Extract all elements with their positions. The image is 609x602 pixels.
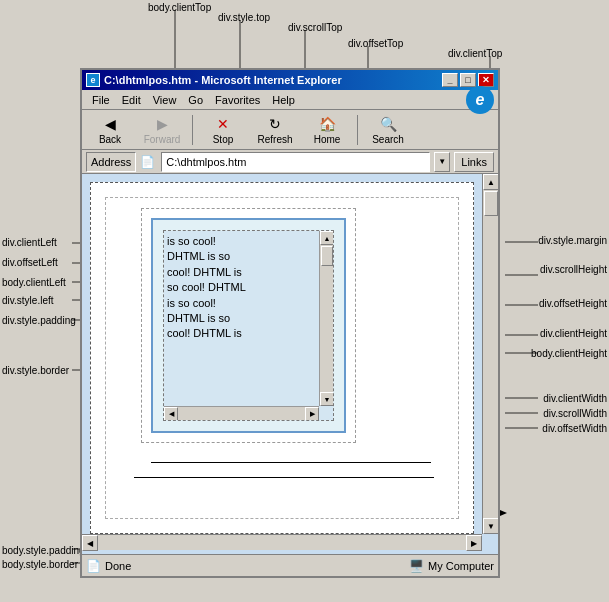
browser-hscroll-left[interactable]: ◀: [82, 535, 98, 551]
home-icon: 🏠: [316, 115, 338, 134]
toolbar: ◀ Back ▶ Forward ✕ Stop ↻ Refresh 🏠 Home…: [82, 110, 498, 150]
home-button[interactable]: 🏠 Home: [303, 112, 351, 148]
close-button[interactable]: ✕: [478, 73, 494, 87]
div-style-padding-label: div.style.padding: [2, 315, 76, 326]
forward-icon: ▶: [151, 115, 173, 134]
div-offset-width-label: div.offsetWidth: [542, 423, 607, 434]
browser-hscroll[interactable]: ◀ ▶: [82, 534, 482, 550]
body-client-height-label: body.clientHeight: [531, 348, 607, 359]
div-hscroll-left[interactable]: ◀: [164, 407, 178, 420]
browser-vscroll-thumb[interactable]: [484, 191, 498, 216]
div-client-left-label: div.clientLeft: [2, 237, 57, 248]
body-style-border-label: body.style.border: [2, 559, 78, 570]
div-offset-height-label: div.offsetHeight: [539, 298, 607, 309]
title-buttons: _ □ ✕: [442, 73, 494, 87]
body-client-top-label: body.clientTop: [148, 2, 211, 13]
menu-edit[interactable]: Edit: [116, 92, 147, 108]
svg-marker-26: [500, 510, 507, 516]
div-style-top-label: div.style.top: [218, 12, 270, 23]
back-icon: ◀: [99, 115, 121, 134]
div-vscroll-up[interactable]: ▲: [320, 231, 333, 245]
home-label: Home: [314, 134, 341, 145]
menu-favorites[interactable]: Favorites: [209, 92, 266, 108]
div-offset-top-label: div.offsetTop: [348, 38, 403, 49]
maximize-button[interactable]: □: [460, 73, 476, 87]
refresh-label: Refresh: [257, 134, 292, 145]
div-style-border-label: div.style.border: [2, 365, 69, 376]
body-style-padding-label: body.style.padding: [2, 545, 85, 556]
div-style-margin-label: div.style.margin: [538, 235, 607, 246]
menu-go[interactable]: Go: [182, 92, 209, 108]
minimize-button[interactable]: _: [442, 73, 458, 87]
inner-width-line2: [134, 477, 434, 478]
browser-window: e C:\dhtmlpos.htm - Microsoft Internet E…: [80, 68, 500, 578]
menu-file[interactable]: File: [86, 92, 116, 108]
back-button[interactable]: ◀ Back: [86, 112, 134, 148]
search-icon: 🔍: [377, 115, 399, 134]
div-client-width-label: div.clientWidth: [543, 393, 607, 404]
back-label: Back: [99, 134, 121, 145]
page-outer: is so cool! DHTML is so cool! DHTML is s…: [90, 182, 474, 534]
div-hscroll[interactable]: ◀ ▶: [164, 406, 319, 420]
div-scroll-top-label: div.scrollTop: [288, 22, 342, 33]
title-bar: e C:\dhtmlpos.htm - Microsoft Internet E…: [82, 70, 498, 90]
div-scroll-width-label: div.scrollWidth: [543, 408, 607, 419]
status-page-icon: 📄: [86, 559, 101, 573]
status-text: Done: [105, 560, 131, 572]
address-dropdown[interactable]: ▼: [434, 152, 450, 172]
window-title: C:\dhtmlpos.htm - Microsoft Internet Exp…: [104, 74, 442, 86]
menu-view[interactable]: View: [147, 92, 183, 108]
ie-logo: e: [466, 86, 494, 114]
toolbar-divider-1: [192, 115, 193, 145]
div-element: is so cool! DHTML is so cool! DHTML is s…: [151, 218, 346, 433]
body-padding-box: is so cool! DHTML is so cool! DHTML is s…: [105, 197, 459, 519]
stop-icon: ✕: [212, 115, 234, 134]
div-scroll-height-label: div.scrollHeight: [540, 264, 607, 275]
div-vscroll-down[interactable]: ▼: [320, 392, 333, 406]
search-label: Search: [372, 134, 404, 145]
forward-button[interactable]: ▶ Forward: [138, 112, 186, 148]
div-client-height-label: div.clientHeight: [540, 328, 607, 339]
status-computer-icon: 🖥️: [409, 559, 424, 573]
menu-bar: File Edit View Go Favorites Help e: [82, 90, 498, 110]
browser-icon: e: [86, 73, 100, 87]
links-button[interactable]: Links: [454, 152, 494, 172]
status-right: 🖥️ My Computer: [409, 559, 494, 573]
div-style-left-label: div.style.left: [2, 295, 54, 306]
div-vscroll[interactable]: ▲ ▼: [319, 231, 333, 406]
page-icon: 📄: [140, 155, 155, 169]
status-left: 📄 Done: [86, 559, 409, 573]
status-computer-text: My Computer: [428, 560, 494, 572]
div-padding-box: is so cool! DHTML is so cool! DHTML is s…: [163, 230, 334, 421]
div-client-top-right-label: div.clientTop: [448, 48, 502, 59]
browser-hscroll-right[interactable]: ▶: [466, 535, 482, 551]
search-button[interactable]: 🔍 Search: [364, 112, 412, 148]
address-bar: Address 📄 C:\dhtmlpos.htm ▼ Links: [82, 150, 498, 174]
div-hscroll-right[interactable]: ▶: [305, 407, 319, 420]
menu-help[interactable]: Help: [266, 92, 301, 108]
browser-vscroll-up[interactable]: ▲: [483, 174, 498, 190]
div-content-box: is so cool! DHTML is so cool! DHTML is s…: [164, 231, 333, 420]
body-client-left-label: body.clientLeft: [2, 277, 66, 288]
status-bar: 📄 Done 🖥️ My Computer: [82, 554, 498, 576]
toolbar-divider-2: [357, 115, 358, 145]
stop-button[interactable]: ✕ Stop: [199, 112, 247, 148]
browser-vscroll[interactable]: ▲ ▼: [482, 174, 498, 534]
forward-label: Forward: [144, 134, 181, 145]
browser-vscroll-down[interactable]: ▼: [483, 518, 498, 534]
div-offset-left-label: div.offsetLeft: [2, 257, 58, 268]
refresh-icon: ↻: [264, 115, 286, 134]
address-input[interactable]: C:\dhtmlpos.htm: [161, 152, 430, 172]
refresh-button[interactable]: ↻ Refresh: [251, 112, 299, 148]
inner-width-line1: [151, 462, 431, 463]
content-area: is so cool! DHTML is so cool! DHTML is s…: [82, 174, 498, 572]
content-text: is so cool! DHTML is so cool! DHTML is s…: [164, 231, 333, 345]
div-vscroll-thumb[interactable]: [321, 246, 333, 266]
address-label: Address: [86, 152, 136, 172]
stop-label: Stop: [213, 134, 234, 145]
